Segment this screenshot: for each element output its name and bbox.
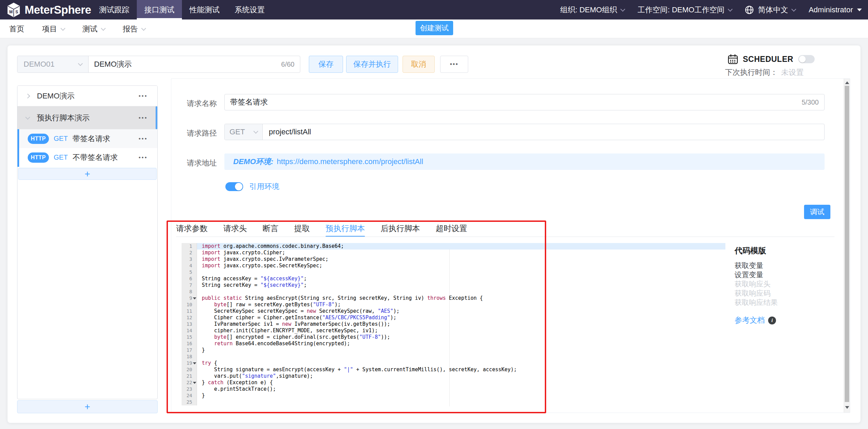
line-number: 11 [182, 308, 197, 314]
tree-group-demo[interactable]: DEMO演示 ••• [17, 86, 157, 106]
panel-scrollbar[interactable] [844, 79, 850, 413]
code-template-link[interactable]: 获取变量 [735, 261, 844, 270]
editor-line[interactable]: 23 e.printStackTrace(); [182, 386, 725, 392]
topnav-tab[interactable]: 测试跟踪 [92, 0, 137, 19]
fold-arrow-icon[interactable] [193, 297, 196, 299]
editor-line[interactable]: 20 String signature = aesEncrypt(accessK… [182, 366, 725, 373]
topnav-tab[interactable]: 性能测试 [182, 0, 227, 19]
subnav-item[interactable]: 首页 [9, 24, 24, 34]
subnav-item[interactable]: 测试 [82, 24, 105, 34]
editor-line[interactable]: 5 [182, 269, 725, 276]
scheduler-toggle[interactable] [798, 55, 815, 63]
calendar-icon [728, 54, 738, 65]
editor-line[interactable]: 2import javax.crypto.Cipher; [182, 250, 725, 256]
cancel-button[interactable]: 取消 [403, 56, 435, 73]
request-tab[interactable]: 断言 [263, 222, 278, 237]
add-scenario-button[interactable]: + [17, 400, 158, 413]
editor-line[interactable]: 22} catch (Exception e) { [182, 379, 725, 386]
chevron-right-icon[interactable] [25, 93, 30, 98]
request-tree-item[interactable]: HTTPGET不带签名请求••• [17, 148, 157, 167]
chevron-down-icon[interactable] [25, 115, 30, 119]
more-menu-icon[interactable]: ••• [139, 135, 148, 142]
editor-line[interactable]: 17} [182, 347, 725, 353]
request-name-input[interactable]: 带签名请求 5/300 [224, 94, 825, 110]
chevron-down-icon [101, 26, 106, 30]
code-editor[interactable]: 1import org.apache.commons.codec.binary.… [182, 243, 725, 406]
editor-line[interactable]: 10 byte[] raw = secretKey.getBytes("UTF-… [182, 301, 725, 308]
tree-scrollbar-thumb[interactable] [156, 106, 157, 129]
editor-line[interactable]: 14 cipher.init(Cipher.ENCRYPT_MODE, secr… [182, 327, 725, 334]
request-tab[interactable]: 提取 [294, 222, 310, 237]
more-actions-button[interactable]: ••• [440, 56, 468, 73]
scrollbar-down-arrow[interactable] [845, 406, 849, 409]
language-selector[interactable]: 简体中文 [745, 5, 795, 15]
create-test-button[interactable]: 创建测试 [416, 21, 453, 35]
editor-line[interactable]: 12 Cipher cipher = Cipher.getInstance("A… [182, 314, 725, 321]
save-button[interactable]: 保存 [309, 56, 343, 73]
editor-line[interactable]: 7String secretKey = "${secretKey}"; [182, 282, 725, 289]
request-tab[interactable]: 预执行脚本 [326, 222, 365, 237]
line-number: 18 [182, 353, 197, 360]
more-menu-icon[interactable]: ••• [139, 154, 148, 161]
code-line: try { [197, 360, 725, 366]
request-tab[interactable]: 超时设置 [436, 222, 467, 237]
test-name-value: DEMO演示 [94, 59, 132, 69]
subnav-item[interactable]: 项目 [42, 24, 65, 34]
editor-line[interactable]: 16 return Base64.encodeBase64String(encr… [182, 340, 725, 347]
editor-line[interactable]: 18 [182, 353, 725, 360]
subnav-item[interactable]: 报告 [123, 24, 145, 34]
editor-line[interactable]: 4import javax.crypto.spec.SecretKeySpec; [182, 263, 725, 269]
workspace-selector[interactable]: 工作空间: DEMO工作空间 [637, 5, 732, 15]
save-and-run-button[interactable]: 保存并执行 [346, 56, 398, 73]
svg-text:M: M [9, 10, 13, 14]
fold-arrow-icon[interactable] [193, 362, 196, 364]
editor-line[interactable]: 3import javax.crypto.spec.IvParameterSpe… [182, 256, 725, 263]
request-tab[interactable]: 请求参数 [176, 222, 208, 237]
editor-line[interactable]: 19try { [182, 360, 725, 366]
editor-line[interactable]: 9public static String aesEncrypt(String … [182, 295, 725, 301]
test-name-input[interactable]: DEMO演示 6/60 [89, 56, 300, 72]
editor-line[interactable]: 21 vars.put("signature",signature); [182, 373, 725, 379]
editor-line[interactable]: 25 [182, 399, 725, 405]
method-select[interactable]: GET [225, 124, 263, 140]
code-line: public static String aesEncrypt(String s… [197, 295, 725, 301]
line-number: 9 [182, 295, 197, 301]
request-tab[interactable]: 后执行脚本 [381, 222, 420, 237]
chevron-down-icon [141, 26, 146, 30]
topnav-tab[interactable]: 接口测试 [137, 0, 182, 19]
editor-line[interactable]: 13 IvParameterSpec iv1 = new IvParameter… [182, 321, 725, 327]
chevron-down-icon [791, 6, 796, 11]
request-rows: HTTPGET带签名请求•••HTTPGET不带签名请求••• [17, 129, 157, 167]
add-request-button[interactable]: + [18, 168, 157, 180]
topnav-tab[interactable]: 系统设置 [227, 0, 272, 19]
editor-line[interactable]: 11 SecretKeySpec secretKeySpec = new Sec… [182, 308, 725, 314]
scrollbar-thumb[interactable] [845, 86, 849, 402]
more-menu-icon[interactable]: ••• [139, 115, 148, 121]
topnav-right: 组织: DEMO组织 工作空间: DEMO工作空间 简体中文 Administr… [560, 0, 862, 19]
reference-doc-link[interactable]: 参考文档 [735, 315, 765, 325]
request-tree-item[interactable]: HTTPGET带签名请求••• [17, 129, 157, 148]
user-menu[interactable]: Administrator [808, 5, 862, 14]
editor-line[interactable]: 6String accessKey = "${accessKey}"; [182, 276, 725, 282]
use-environment-toggle[interactable] [225, 182, 243, 191]
fold-arrow-icon[interactable] [193, 382, 196, 384]
info-icon[interactable]: i [768, 317, 776, 324]
scrollbar-up-arrow[interactable] [845, 81, 849, 84]
environment-toggle-row: 引用环境 [225, 182, 279, 192]
request-path-input[interactable]: project/listAll [263, 124, 824, 140]
request-tabs: 请求参数请求头断言提取预执行脚本后执行脚本超时设置 [176, 222, 467, 237]
request-tab[interactable]: 请求头 [223, 222, 247, 237]
org-selector[interactable]: 组织: DEMO组织 [560, 5, 624, 15]
tree-group-label: 预执行脚本演示 [37, 113, 90, 123]
editor-line[interactable]: 15 byte[] encrypted = cipher.doFinal(src… [182, 334, 725, 340]
code-template-link[interactable]: 设置变量 [735, 270, 844, 279]
debug-button[interactable]: 调试 [804, 205, 830, 219]
tree-group-prescript[interactable]: 预执行脚本演示 ••• [17, 106, 157, 129]
editor-line[interactable]: 8 [182, 289, 725, 295]
more-menu-icon[interactable]: ••• [139, 93, 148, 99]
code-line: String accessKey = "${accessKey}"; [197, 276, 725, 282]
project-select[interactable]: DEMO01 [17, 56, 89, 72]
editor-line[interactable]: 1import org.apache.commons.codec.binary.… [182, 243, 725, 250]
code-template-panel: 代码模版 获取变量设置变量获取响应头获取响应码获取响应结果 参考文档 i [735, 245, 844, 325]
editor-line[interactable]: 24} [182, 392, 725, 399]
